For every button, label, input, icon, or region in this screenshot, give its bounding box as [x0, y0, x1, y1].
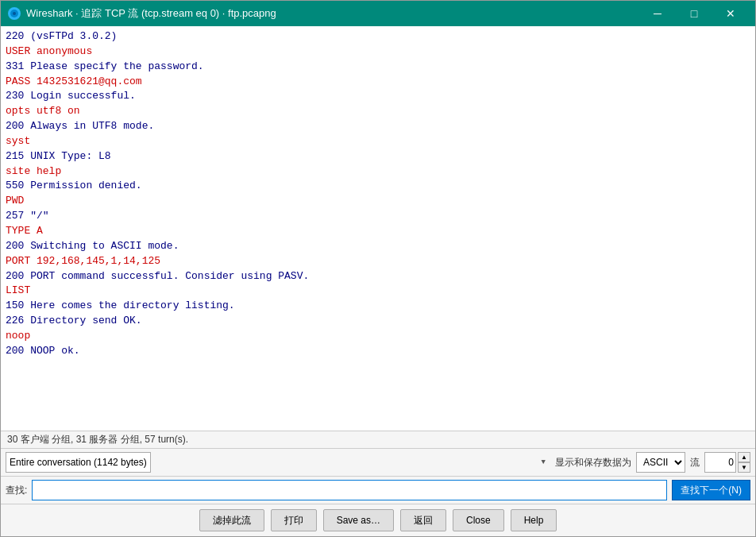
stream-line: 226 Directory send OK.	[6, 314, 750, 329]
spin-buttons: ▲ ▼	[738, 452, 750, 473]
stream-line: 200 NOOP ok.	[6, 344, 750, 359]
stream-line: USER anonymous	[6, 44, 750, 60]
stream-line: 550 Permission denied.	[6, 179, 750, 194]
stream-line: site help	[6, 164, 750, 180]
encoding-select[interactable]: ASCII	[636, 452, 685, 473]
svg-point-2	[13, 12, 16, 15]
stream-line: 150 Here comes the directory listing.	[6, 299, 750, 314]
find-row: 查找: 查找下一个(N)	[1, 476, 755, 504]
close-button[interactable]: Close	[453, 509, 504, 531]
find-input[interactable]	[32, 480, 667, 500]
content-area: 220 (vsFTPd 3.0.2)USER anonymous331 Plea…	[1, 26, 755, 536]
find-next-button[interactable]: 查找下一个(N)	[672, 480, 750, 500]
encoding-label: 显示和保存数据为	[555, 456, 631, 469]
spin-down-button[interactable]: ▼	[738, 462, 750, 473]
app-icon	[7, 6, 21, 21]
stream-line: 200 Always in UTF8 mode.	[6, 119, 750, 134]
stream-line: 215 UNIX Type: L8	[6, 149, 750, 164]
help-button[interactable]: Help	[511, 509, 557, 531]
title-bar: Wireshark · 追踪 TCP 流 (tcp.stream eq 0) ·…	[1, 1, 755, 26]
stream-line: syst	[6, 134, 750, 149]
stream-spinner: ▲ ▼	[704, 452, 750, 473]
stream-line: 230 Login successful.	[6, 89, 750, 104]
stream-line: 257 "/"	[6, 209, 750, 224]
stream-line: TYPE A	[6, 224, 750, 239]
back-button[interactable]: 返回	[400, 509, 446, 531]
save-as-button[interactable]: Save as…	[323, 509, 394, 531]
stream-line: 331 Please specify the password.	[6, 60, 750, 75]
status-bar: 30 客户端 分组, 31 服务器 分组, 57 turn(s).	[1, 431, 755, 448]
maximize-button[interactable]: □	[676, 1, 712, 26]
stream-line: noop	[6, 329, 750, 344]
filter-stream-button[interactable]: 滤掉此流	[199, 509, 264, 531]
print-button[interactable]: 打印	[271, 509, 317, 531]
window-title: Wireshark · 追踪 TCP 流 (tcp.stream eq 0) ·…	[26, 6, 639, 21]
conversation-combo-wrapper: Entire conversation (1142 bytes)	[6, 452, 550, 473]
button-row: 滤掉此流 打印 Save as… 返回 Close Help	[1, 504, 755, 536]
tcp-stream-display[interactable]: 220 (vsFTPd 3.0.2)USER anonymous331 Plea…	[1, 26, 755, 431]
stream-line: opts utf8 on	[6, 104, 750, 119]
title-controls: ─ □ ✕	[639, 1, 749, 26]
stream-line: 200 Switching to ASCII mode.	[6, 239, 750, 254]
stream-label: 流	[690, 456, 700, 469]
find-label: 查找:	[6, 484, 27, 497]
stream-line: PASS 1432531621@qq.com	[6, 75, 750, 90]
spin-up-button[interactable]: ▲	[738, 452, 750, 462]
minimize-button[interactable]: ─	[639, 1, 676, 26]
conversation-select[interactable]: Entire conversation (1142 bytes)	[6, 452, 151, 473]
close-window-button[interactable]: ✕	[712, 1, 749, 26]
status-text: 30 客户端 分组, 31 服务器 分组, 57 turn(s).	[7, 434, 188, 445]
controls-row: Entire conversation (1142 bytes) 显示和保存数据…	[1, 448, 755, 476]
stream-line: LIST	[6, 284, 750, 299]
stream-input[interactable]	[704, 452, 736, 473]
stream-line: 220 (vsFTPd 3.0.2)	[6, 29, 750, 44]
main-window: Wireshark · 追踪 TCP 流 (tcp.stream eq 0) ·…	[0, 0, 756, 537]
stream-line: PORT 192,168,145,1,14,125	[6, 254, 750, 269]
stream-line: PWD	[6, 194, 750, 209]
stream-line: 200 PORT command successful. Consider us…	[6, 269, 750, 284]
